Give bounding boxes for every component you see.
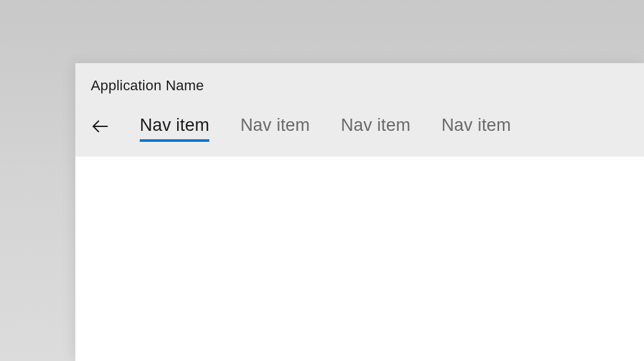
nav-row: Nav item Nav item Nav item Nav item (91, 112, 629, 143)
nav-item-3[interactable]: Nav item (341, 115, 410, 141)
nav-item-label: Nav item (140, 115, 209, 135)
app-header: Application Name Nav item Nav item (75, 63, 644, 157)
app-window: Application Name Nav item Nav item (75, 63, 644, 361)
nav-item-label: Nav item (441, 115, 511, 135)
nav-item-label: Nav item (341, 115, 410, 135)
nav-item-1[interactable]: Nav item (140, 115, 209, 141)
nav-item-label: Nav item (240, 115, 310, 135)
nav-items: Nav item Nav item Nav item Nav item (140, 115, 511, 141)
app-title: Application Name (91, 77, 629, 94)
back-button[interactable] (91, 112, 122, 143)
back-arrow-icon (91, 117, 110, 139)
content-area (75, 157, 644, 361)
nav-item-4[interactable]: Nav item (441, 115, 511, 141)
nav-item-2[interactable]: Nav item (240, 115, 310, 141)
